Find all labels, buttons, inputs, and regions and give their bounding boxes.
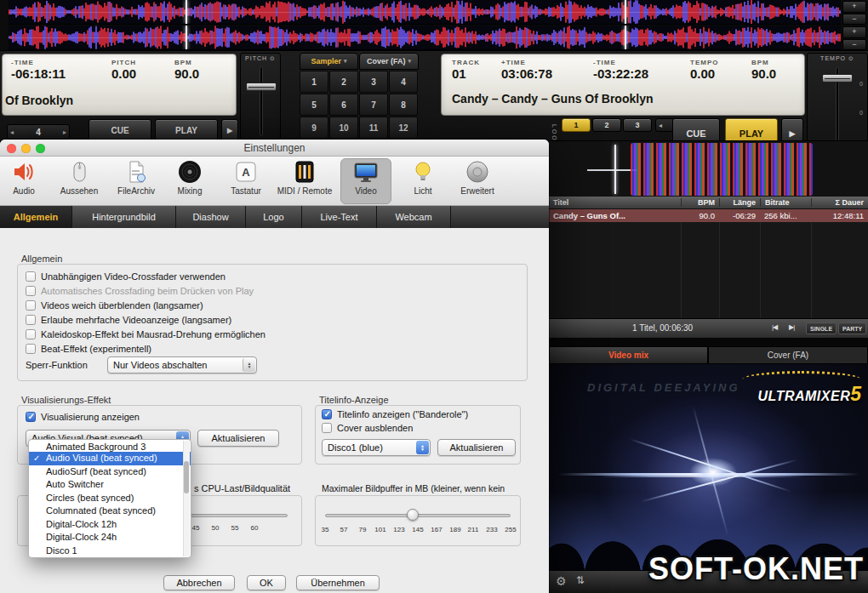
previous-track-icon[interactable]: |◀ [772,323,777,331]
sampler-pad-1[interactable]: 1 [300,71,328,93]
dropdown-option[interactable]: Animated Background 3 [29,442,191,452]
tab-cover-fa[interactable]: Cover (FA) [708,346,868,364]
party-mode-button[interactable]: PARTY [838,322,866,334]
sampler-pad-6[interactable]: 6 [329,94,358,116]
dropdown-option[interactable]: Digital-Clock 24h [29,531,191,545]
dialog-titlebar[interactable]: Einstellungen [0,140,549,157]
advanced-sphere-icon [450,158,505,185]
toolbar-item-audio[interactable]: Audio [0,158,51,196]
deck-a-play-button[interactable]: PLAY [155,119,218,141]
buffer-label: Maximaler Bildpuffer in MB (kleiner, wen… [322,483,505,493]
tab-webcam[interactable]: Webcam [377,206,451,228]
next-track-icon[interactable]: ▶| [789,323,794,331]
loop-2-button[interactable]: 2 [592,118,621,132]
zoom-out-button[interactable]: − [842,14,866,26]
column-length[interactable]: Länge [719,198,760,207]
menu-scrollbar-thumb[interactable] [184,461,189,493]
cancel-button[interactable]: Abbrechen [163,575,235,590]
resize-arrows-icon[interactable]: ⇅ [576,574,585,586]
tab-diashow[interactable]: Diashow [176,206,246,228]
playlist-header[interactable]: Titel BPM Länge Bitrate Σ Dauer [549,197,868,209]
decrement-icon[interactable]: ◂ [10,128,14,136]
dropdown-option[interactable]: Columnated (beat synced) [29,505,191,518]
ok-button[interactable]: OK [247,575,286,590]
tempo-slider-handle[interactable] [822,74,853,83]
dropdown-option[interactable]: Circles (beat synced) [29,492,191,505]
settings-gear-icon[interactable]: ⚙ [556,574,567,588]
deck-a-loop-selector[interactable]: ◂ 4 ▸ [7,124,70,140]
sampler-pad-9[interactable]: 9 [300,117,328,139]
audio-speaker-icon [0,158,51,185]
dropdown-option-selected[interactable]: ✓Audio Visual (beat synced) [29,452,191,465]
tab-sampler[interactable]: Sampler▾ [300,53,358,70]
tab-live-text[interactable]: Live-Text [302,206,377,228]
deck-a-cue-button[interactable]: CUE [89,119,151,141]
banderole-style-select[interactable]: Disco1 (blue) ▲▼ [322,439,431,456]
sampler-pad-10[interactable]: 10 [329,117,358,139]
decrement-icon[interactable]: ◂ [659,122,662,129]
toolbar-item-video[interactable]: Video [339,158,393,196]
titleinfo-refresh-button[interactable]: Aktualisieren [437,439,516,456]
waveform-overview-deck-a[interactable] [9,0,841,25]
tab-hintergrundbild[interactable]: Hintergrundbild [72,206,176,228]
checkbox[interactable] [26,329,36,339]
zoom-in-button[interactable]: + [842,26,866,38]
dropdown-option[interactable]: Disco 1 [29,545,191,558]
checkbox[interactable] [26,300,36,311]
increment-icon[interactable]: ▸ [63,128,66,136]
loop-3-button[interactable]: 3 [623,118,652,132]
dropdown-option[interactable]: Digital-Clock 12h [29,518,191,532]
sampler-pad-5[interactable]: 5 [300,94,328,116]
sampler-pad-8[interactable]: 8 [389,94,418,116]
lock-function-select[interactable]: Nur Videos abschalten ▲▼ [107,356,257,373]
zoom-in-button[interactable]: + [842,1,866,13]
column-title[interactable]: Titel [549,198,681,207]
buffer-slider-handle[interactable] [407,509,419,521]
column-bpm[interactable]: BPM [681,198,719,207]
visualization-refresh-button[interactable]: Aktualisieren [197,430,279,447]
chevron-down-icon: ▾ [344,58,347,65]
waveform-overview-deck-b[interactable] [9,26,841,50]
column-duration[interactable]: Σ Dauer [811,198,868,207]
playlist-body[interactable] [549,222,868,318]
column-bitrate[interactable]: Bitrate [760,198,811,207]
tab-logo[interactable]: Logo [246,206,302,228]
checkbox-checked[interactable] [26,412,36,422]
checkbox[interactable] [322,423,332,433]
wave-playhead [614,145,616,194]
pitch-slider-track[interactable] [260,66,263,136]
pitch-slider-handle[interactable] [246,83,277,91]
dropdown-option[interactable]: AudioSurf (beat synced) [29,465,191,479]
sampler-pad-4[interactable]: 4 [389,71,418,93]
toolbar-item-filearchiv[interactable]: FileArchiv [109,158,163,196]
loop-1-button[interactable]: 1 [562,118,591,132]
toolbar-item-midi-remote[interactable]: MIDI / Remote [269,158,340,196]
checkbox[interactable] [26,344,36,354]
sampler-pad-3[interactable]: 3 [359,71,388,93]
checkbox-checked[interactable] [322,409,332,419]
toolbar-item-tastatur[interactable]: A Tastatur [219,158,273,196]
checkbox[interactable] [26,315,36,325]
sampler-pad-7[interactable]: 7 [359,94,388,116]
apply-button[interactable]: Übernehmen [296,575,380,590]
tab-allgemein[interactable]: Allgemein [0,206,72,228]
cell-length: -06:29 [719,211,760,220]
sampler-pad-2[interactable]: 2 [329,71,358,93]
toolbar-item-erweitert[interactable]: Erweitert [450,158,505,196]
monitor-icon [339,158,393,185]
playlist-row-selected[interactable]: Candy – Guns Of... 90.0 -06:29 256 kbi..… [549,209,868,222]
sampler-pad-12[interactable]: 12 [389,117,418,139]
toolbar-item-mixing[interactable]: Mixing [163,158,217,196]
toolbar-item-licht[interactable]: Licht [396,158,450,196]
single-mode-button[interactable]: SINGLE [806,322,837,334]
tab-cover-fa-left[interactable]: Cover (FA)▾ [359,53,419,70]
dropdown-option[interactable]: Auto Switcher [29,478,191,492]
menu-scrollbar-track[interactable] [183,441,190,556]
checkbox[interactable] [26,271,36,282]
deck-a-next-button[interactable]: ▶ [221,119,238,141]
sampler-pad-11[interactable]: 11 [359,117,388,139]
checkbox [26,286,36,296]
zoom-out-button[interactable]: − [842,39,866,51]
toolbar-item-aussehen[interactable]: Aussehen [52,158,106,196]
tab-video-mix[interactable]: Video mix [549,346,708,364]
